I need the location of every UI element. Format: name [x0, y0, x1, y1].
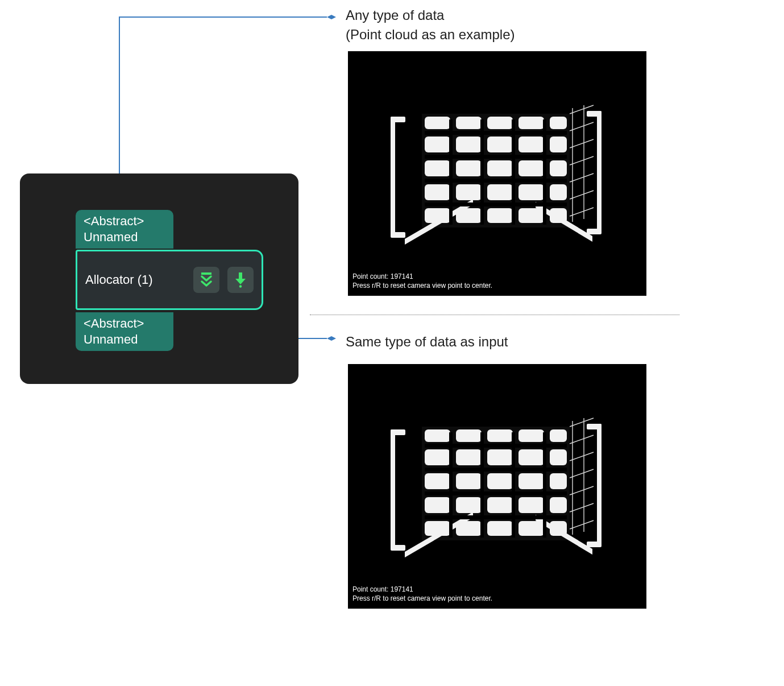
svg-rect-41: [550, 208, 567, 223]
svg-rect-19: [487, 117, 513, 129]
svg-rect-93: [449, 432, 453, 538]
section-divider: [310, 315, 679, 315]
svg-line-102: [570, 435, 594, 444]
svg-line-104: [570, 469, 594, 478]
viewer-overlay-text: Point count: 197141 Press r/R to reset c…: [352, 585, 492, 603]
svg-line-52: [570, 139, 594, 148]
svg-rect-99: [425, 491, 567, 495]
svg-rect-29: [487, 160, 513, 176]
svg-line-51: [570, 122, 594, 131]
point-cloud-viewer-input[interactable]: Point count: 197141 Press r/R to reset c…: [348, 51, 646, 296]
svg-rect-30: [518, 160, 544, 176]
svg-rect-73: [425, 449, 450, 465]
svg-rect-4: [201, 272, 211, 275]
svg-marker-0: [327, 15, 336, 19]
svg-rect-71: [518, 429, 544, 442]
svg-rect-84: [456, 497, 482, 513]
svg-rect-17: [425, 117, 450, 129]
svg-rect-21: [550, 117, 567, 129]
svg-rect-47: [425, 155, 567, 159]
svg-marker-2: [327, 336, 336, 341]
svg-rect-22: [425, 137, 450, 152]
svg-rect-70: [487, 429, 513, 442]
svg-rect-79: [456, 473, 482, 489]
svg-rect-37: [425, 208, 450, 223]
svg-rect-94: [480, 432, 484, 538]
svg-rect-69: [456, 429, 482, 442]
svg-line-56: [570, 208, 594, 216]
svg-rect-59: [391, 429, 395, 549]
svg-rect-82: [550, 473, 567, 489]
point-cloud-viewer-output[interactable]: Point count: 197141 Press r/R to reset c…: [348, 364, 646, 609]
callout-label-input-line2: (Point cloud as an example): [346, 25, 515, 44]
svg-rect-74: [456, 449, 482, 465]
svg-rect-26: [550, 137, 567, 152]
svg-rect-83: [425, 497, 450, 513]
svg-rect-75: [487, 449, 513, 465]
svg-rect-80: [487, 473, 513, 489]
svg-line-55: [570, 191, 594, 199]
svg-rect-33: [456, 184, 482, 200]
callout-label-output-text: Same type of data as input: [346, 334, 508, 349]
svg-rect-97: [425, 444, 567, 448]
svg-rect-12: [587, 111, 602, 117]
svg-rect-44: [512, 119, 515, 225]
svg-rect-64: [587, 542, 602, 547]
input-port-type: <Abstract>: [84, 213, 165, 229]
svg-rect-42: [449, 119, 453, 225]
double-down-icon[interactable]: [193, 267, 219, 293]
svg-rect-98: [425, 468, 567, 472]
svg-rect-24: [487, 137, 513, 152]
svg-rect-49: [425, 203, 567, 206]
input-port-name: Unnamed: [84, 229, 165, 245]
svg-rect-34: [487, 184, 513, 200]
svg-line-107: [570, 520, 594, 529]
callout-label-input-line1: Any type of data: [346, 6, 515, 25]
svg-rect-76: [518, 449, 544, 465]
point-cloud-render: [348, 364, 646, 609]
svg-line-53: [570, 156, 594, 165]
output-port[interactable]: <Abstract> Unnamed: [76, 312, 173, 351]
svg-rect-46: [425, 131, 567, 135]
download-arrow-icon[interactable]: [227, 267, 254, 293]
allocator-node[interactable]: Allocator (1): [76, 250, 263, 310]
svg-rect-63: [587, 424, 602, 429]
svg-rect-81: [518, 473, 544, 489]
svg-rect-20: [518, 117, 544, 129]
svg-rect-35: [518, 184, 544, 200]
point-count-text: Point count: 197141: [352, 272, 492, 281]
svg-rect-62: [597, 424, 602, 546]
svg-rect-85: [487, 497, 513, 513]
svg-rect-95: [512, 432, 515, 538]
input-port[interactable]: <Abstract> Unnamed: [76, 210, 173, 249]
svg-rect-61: [391, 545, 405, 551]
svg-rect-36: [550, 184, 567, 200]
svg-rect-40: [518, 208, 544, 223]
point-count-text: Point count: 197141: [352, 585, 492, 594]
svg-line-54: [570, 173, 594, 182]
allocator-title: Allocator (1): [85, 272, 185, 287]
svg-rect-39: [487, 208, 513, 223]
svg-rect-27: [425, 160, 450, 176]
svg-rect-45: [543, 119, 546, 225]
svg-rect-38: [456, 208, 482, 223]
svg-rect-78: [425, 473, 450, 489]
svg-rect-48: [425, 179, 567, 183]
svg-rect-68: [425, 429, 450, 442]
svg-rect-31: [550, 160, 567, 176]
svg-rect-5: [239, 272, 242, 279]
node-panel: <Abstract> Unnamed Allocator (1) <Abstra…: [20, 173, 298, 384]
svg-rect-87: [550, 497, 567, 513]
output-port-name: Unnamed: [84, 332, 165, 348]
svg-line-106: [570, 503, 594, 512]
svg-rect-23: [456, 137, 482, 152]
svg-rect-92: [550, 521, 567, 536]
callout-label-output: Same type of data as input: [346, 332, 508, 352]
svg-rect-8: [391, 117, 395, 236]
viewer-hint-text: Press r/R to reset camera view point to …: [352, 281, 492, 290]
output-port-type: <Abstract>: [84, 316, 165, 332]
svg-rect-25: [518, 137, 544, 152]
svg-rect-100: [425, 515, 567, 519]
svg-rect-11: [597, 111, 602, 233]
svg-rect-60: [391, 429, 405, 435]
